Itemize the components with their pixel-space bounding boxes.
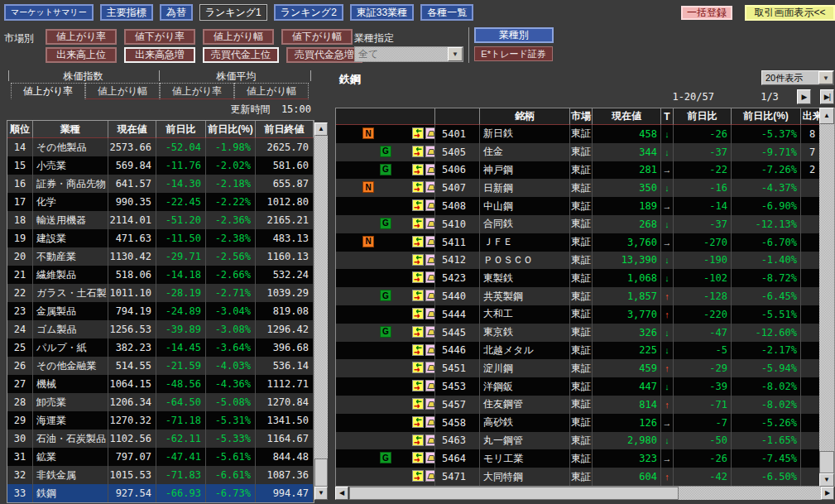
stock-row[interactable]: N5407日新鋼東証350↓-16-4.37% [336, 179, 834, 197]
scroll-left-icon[interactable]: ◀ [335, 487, 348, 500]
sector-row[interactable]: 28卸売業1206.34-64.50-5.08%1270.84 [7, 393, 314, 411]
column-header-市場[interactable]: 市場 [570, 108, 593, 125]
right-scrollbar-thumb[interactable] [819, 451, 834, 473]
industry-category-button[interactable]: 業種別 [474, 27, 554, 43]
stock-row[interactable]: G5464モリ工業東証323→-26-7.45% [336, 449, 834, 468]
column-header-現在値[interactable]: 現在値 [108, 121, 156, 138]
stock-row[interactable]: 5408中山鋼東証189→-14-6.90% [336, 197, 834, 215]
sector-row[interactable]: 15小売業569.84-11.76-2.02%581.60 [7, 156, 314, 175]
h-scrollbar-thumb[interactable] [349, 487, 679, 500]
toolbar-tab-1[interactable]: マーケットサマリー [4, 4, 94, 21]
volume-filter-button-2[interactable]: 出来高急増 [124, 47, 195, 63]
rank-filter-button-2[interactable]: 値下がり率 [124, 29, 195, 45]
column-header-T[interactable]: T [661, 108, 674, 125]
stock-row[interactable]: N5401新日鉄東証458↓-26-5.37%8 [336, 125, 834, 143]
toolbar-tab-2[interactable]: 主要指標 [100, 4, 153, 21]
trade-order-icon[interactable] [412, 326, 424, 338]
stock-row[interactable]: G5410合同鉄東証268↓-37-12.13% [336, 215, 834, 233]
column-header-現在値[interactable]: 現在値 [593, 108, 661, 125]
chart-board-icon[interactable] [425, 326, 435, 338]
chart-board-icon[interactable] [425, 452, 435, 463]
trade-order-icon[interactable] [412, 308, 424, 319]
sector-row[interactable]: 17化学990.35-22.45-2.22%1012.80 [7, 193, 314, 211]
chevron-down-icon[interactable]: ▼ [818, 71, 833, 84]
trade-order-icon[interactable] [412, 236, 424, 247]
chart-board-icon[interactable] [425, 434, 435, 446]
trade-order-icon[interactable] [412, 290, 424, 301]
volume-filter-button-4[interactable]: 売買代金急増 [286, 47, 362, 63]
column-header-業種[interactable]: 業種 [33, 121, 108, 138]
chart-board-icon[interactable] [425, 146, 435, 157]
stock-row[interactable]: 5457住友鋼管東証814↑-71-8.02% [336, 396, 834, 414]
sector-row[interactable]: 20不動産業1130.42-29.71-2.56%1160.13 [7, 247, 314, 266]
column-header-銘柄[interactable]: 銘柄 [480, 108, 570, 125]
left-scrollbar-thumb[interactable] [314, 458, 328, 487]
next-page-button[interactable]: ▶ [797, 89, 811, 104]
column-header-前日比(%)[interactable]: 前日比(%) [206, 121, 256, 138]
chart-board-icon[interactable] [425, 398, 435, 410]
rank-filter-button-3[interactable]: 値上がり幅 [203, 29, 274, 45]
tab-stock-index[interactable]: 株価指数 [7, 70, 160, 82]
chart-board-icon[interactable] [425, 164, 435, 175]
scroll-down-icon[interactable]: ▼ [314, 487, 328, 500]
scroll-up-icon[interactable]: ▲ [314, 122, 328, 136]
chart-board-icon[interactable] [425, 199, 435, 211]
stock-row[interactable]: 5451淀川鋼東証459↑-29-5.94% [336, 359, 834, 377]
chart-board-icon[interactable] [425, 416, 435, 428]
trade-order-icon[interactable] [412, 199, 424, 211]
toolbar-tab-4[interactable]: ランキング1 [199, 4, 267, 21]
tab-stock-average[interactable]: 株価平均 [160, 70, 313, 82]
trade-order-icon[interactable] [412, 470, 424, 482]
chart-board-icon[interactable] [425, 290, 435, 301]
sector-row[interactable]: 29海運業1270.32-71.18-5.31%1341.50 [7, 411, 314, 430]
column-header-前日比[interactable]: 前日比 [674, 108, 732, 125]
trade-order-icon[interactable] [412, 452, 424, 463]
sector-row[interactable]: 21繊維製品518.06-14.18-2.66%532.24 [7, 266, 314, 284]
industry-select-combo[interactable]: 全て ▼ [354, 46, 463, 62]
sector-row[interactable]: 14その他製品2573.66-52.04-1.98%2625.70 [7, 138, 314, 156]
sector-row[interactable]: 33鉄鋼927.54-66.93-6.73%994.47 [7, 484, 314, 502]
bulk-register-button[interactable]: 一括登録 [681, 6, 732, 20]
chevron-down-icon[interactable]: ▼ [448, 47, 463, 61]
chart-board-icon[interactable] [425, 470, 435, 482]
chart-board-icon[interactable] [425, 271, 435, 283]
trade-order-icon[interactable] [412, 146, 424, 157]
left-sub-tab-3[interactable]: 値上がり率 [160, 83, 234, 99]
stock-row[interactable]: 5453洋鋼鈑東証447↓-39-8.02% [336, 377, 834, 396]
scroll-down-icon[interactable]: ▼ [819, 473, 834, 487]
rank-filter-button-4[interactable]: 値下がり幅 [281, 29, 353, 45]
toolbar-tab-5[interactable]: ランキング2 [274, 4, 343, 21]
stock-row[interactable]: 5458高砂鉄東証126→-7-5.26% [336, 414, 834, 432]
left-sub-tab-2[interactable]: 値上がり幅 [85, 83, 160, 99]
trade-order-icon[interactable] [412, 362, 424, 373]
stock-row[interactable]: 5444大和工東証3,770↑-220-5.51% [336, 305, 834, 324]
stock-row[interactable]: 5463丸一鋼管東証2,980↓-50-1.65% [336, 432, 834, 450]
column-header-前日比[interactable]: 前日比 [156, 121, 206, 138]
scroll-right-icon[interactable]: ▶ [821, 487, 834, 500]
stock-row[interactable]: G5406神戸鋼東証281→-22-7.26%2 [336, 161, 834, 180]
left-sub-tab-1[interactable]: 値上がり率 [11, 83, 85, 99]
stock-row[interactable]: 5471大同特鋼東証604↑-42-6.50% [336, 468, 834, 486]
chart-board-icon[interactable] [425, 344, 435, 356]
trade-order-icon[interactable] [412, 218, 424, 229]
chart-board-icon[interactable] [425, 218, 435, 229]
sector-row[interactable]: 23金属製品794.19-24.89-3.04%819.08 [7, 302, 314, 320]
stock-row[interactable]: 5446北越メタル東証225↓-5-2.17% [336, 342, 834, 360]
trade-order-icon[interactable] [412, 344, 424, 356]
volume-filter-button-3[interactable]: 売買代金上位 [203, 47, 279, 63]
left-sub-tab-4[interactable]: 値上がり幅 [234, 83, 309, 99]
scroll-up-icon[interactable]: ▲ [819, 108, 834, 124]
sector-row[interactable]: 32非鉄金属1015.53-71.83-6.61%1087.36 [7, 466, 314, 484]
chart-board-icon[interactable] [425, 127, 435, 139]
column-header-順位[interactable]: 順位 [7, 121, 33, 138]
toolbar-tab-6[interactable]: 東証33業種 [350, 4, 414, 21]
sector-row[interactable]: 24ゴム製品1256.53-39.89-3.08%1296.42 [7, 320, 314, 338]
volume-filter-button-1[interactable]: 出来高上位 [46, 47, 117, 63]
trade-order-icon[interactable] [412, 380, 424, 391]
trade-order-icon[interactable] [412, 181, 424, 193]
stock-row[interactable]: G5445東京鉄東証326↓-47-12.60% [336, 324, 834, 342]
stock-row[interactable]: 5412ＰＯＳＣＯ東証13,390↓-190-1.40% [336, 252, 834, 270]
sector-row[interactable]: 31鉱業797.07-47.41-5.61%844.48 [7, 448, 314, 466]
sector-row[interactable]: 18輸送用機器2114.01-51.20-2.36%2165.21 [7, 211, 314, 229]
broker-button[interactable]: E*トレード証券 [474, 46, 553, 61]
